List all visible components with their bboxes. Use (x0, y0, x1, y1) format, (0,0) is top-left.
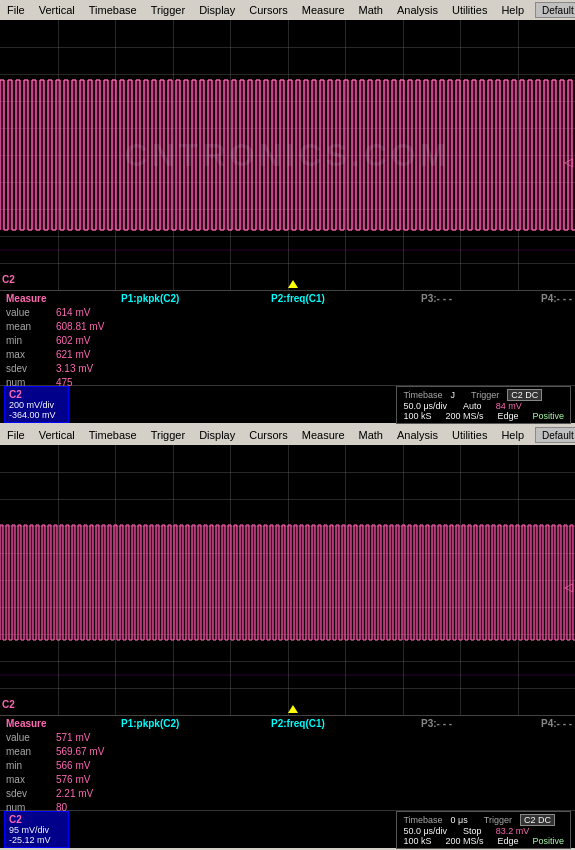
measure-section-2: Measure P1:pkpk(C2) P2:freq(C1) P3:- - -… (0, 715, 575, 810)
measure-value-1-0: 614 mV (56, 306, 136, 320)
channel-label-c2-1: C2 (2, 274, 15, 285)
p4-header-1: P4:- - - (541, 293, 575, 304)
tb-edge-1: Edge (497, 411, 518, 421)
menu-file-2[interactable]: File (4, 428, 28, 442)
measure-label-1-0: value (6, 306, 56, 320)
channel-info-box-1: C2 200 mV/div -364.00 mV (4, 386, 69, 423)
measure-value-2-2: 566 mV (56, 759, 136, 773)
trigger-label-2: Trigger (484, 815, 512, 825)
ch-divs-1: 200 mV/div (9, 400, 64, 410)
measure-label-1-2: min (6, 334, 56, 348)
menu-vertical-1[interactable]: Vertical (36, 3, 78, 17)
tb-mode-1: Auto (463, 401, 482, 411)
menu-vertical-2[interactable]: Vertical (36, 428, 78, 442)
tb-mv-1: 84 mV (496, 401, 522, 411)
measure-value-1-4: 3.13 mV (56, 362, 136, 376)
measure-row-2-4: sdev2.21 mV (6, 787, 569, 801)
menu-file-1[interactable]: File (4, 3, 28, 17)
channel-label-c2-2: C2 (2, 699, 15, 710)
measure-label-1-4: sdev (6, 362, 56, 376)
measure-row-1-0: value614 mV (6, 306, 569, 320)
tb-coupling-2: Positive (532, 836, 564, 846)
menu-cursors-1[interactable]: Cursors (246, 3, 291, 17)
measure-label-2-4: sdev (6, 787, 56, 801)
measure-value-2-4: 2.21 mV (56, 787, 136, 801)
menu-bar-2: File Vertical Timebase Trigger Display C… (0, 425, 575, 445)
menu-help-1[interactable]: Help (498, 3, 527, 17)
p2-header-1: P2:freq(C1) (271, 293, 361, 304)
trigger-ch-2: C2 DC (520, 814, 555, 826)
menu-bar-1: File Vertical Timebase Trigger Display C… (0, 0, 575, 20)
measure-header-1: Measure P1:pkpk(C2) P2:freq(C1) P3:- - -… (6, 293, 569, 304)
tb-edge-2: Edge (497, 836, 518, 846)
menu-utilities-1[interactable]: Utilities (449, 3, 490, 17)
tb-mv-2: 83.2 mV (496, 826, 530, 836)
measure-label-2-3: max (6, 773, 56, 787)
tb-label-1: Timebase (403, 390, 442, 400)
measure-value-1-2: 602 mV (56, 334, 136, 348)
scope-panel-1: File Vertical Timebase Trigger Display C… (0, 0, 575, 425)
scope-panel-2: File Vertical Timebase Trigger Display C… (0, 425, 575, 850)
ch-label-2: C2 (9, 814, 64, 825)
tb-label-2: Timebase (403, 815, 442, 825)
menu-utilities-2[interactable]: Utilities (449, 428, 490, 442)
measure-label-2-1: mean (6, 745, 56, 759)
default-button-2[interactable]: Default (535, 427, 575, 443)
timebase-info-1: Timebase J Trigger C2 DC 50.0 μs/div Aut… (396, 386, 571, 424)
measure-row-1-4: sdev3.13 mV (6, 362, 569, 376)
measure-row-1-2: min602 mV (6, 334, 569, 348)
trigger-marker-1 (288, 280, 298, 288)
timebase-info-2: Timebase 0 μs Trigger C2 DC 50.0 μs/div … (396, 811, 571, 849)
trigger-ch-1: C2 DC (507, 389, 542, 401)
measure-value-1-3: 621 mV (56, 348, 136, 362)
measure-label-1-3: max (6, 348, 56, 362)
menu-trigger-1[interactable]: Trigger (148, 3, 188, 17)
menu-math-2[interactable]: Math (356, 428, 386, 442)
default-button-1[interactable]: Default (535, 2, 575, 18)
menu-display-2[interactable]: Display (196, 428, 238, 442)
right-marker-1: ◁ (564, 155, 573, 169)
measure-header-2: Measure P1:pkpk(C2) P2:freq(C1) P3:- - -… (6, 718, 569, 729)
p4-header-2: P4:- - - (541, 718, 575, 729)
tb-mode-2: Stop (463, 826, 482, 836)
menu-timebase-2[interactable]: Timebase (86, 428, 140, 442)
tb-rate-1: 100 kS (403, 411, 431, 421)
measure-label-2-0: value (6, 731, 56, 745)
menu-math-1[interactable]: Math (356, 3, 386, 17)
tb-j-1: J (451, 390, 456, 400)
menu-measure-1[interactable]: Measure (299, 3, 348, 17)
p3-header-1: P3:- - - (421, 293, 481, 304)
p2-header-2: P2:freq(C1) (271, 718, 361, 729)
ch-offset-1: -364.00 mV (9, 410, 64, 420)
p3-header-2: P3:- - - (421, 718, 481, 729)
channel-info-box-2: C2 95 mV/div -25.12 mV (4, 811, 69, 848)
menu-measure-2[interactable]: Measure (299, 428, 348, 442)
measure-title-2: Measure (6, 718, 61, 729)
p1-header-2: P1:pkpk(C2) (121, 718, 211, 729)
measure-row-2-1: mean569.67 mV (6, 745, 569, 759)
menu-analysis-2[interactable]: Analysis (394, 428, 441, 442)
svg-rect-18 (0, 445, 575, 715)
waveform-svg-2 (0, 445, 575, 715)
menu-trigger-2[interactable]: Trigger (148, 428, 188, 442)
tb-rate-2: 100 kS (403, 836, 431, 846)
menu-analysis-1[interactable]: Analysis (394, 3, 441, 17)
measure-row-2-3: max576 mV (6, 773, 569, 787)
menu-display-1[interactable]: Display (196, 3, 238, 17)
scope-display-1: CNTRONICS.COM C2 ◁ (0, 20, 575, 290)
tb-coupling-1: Positive (532, 411, 564, 421)
p1-header-1: P1:pkpk(C2) (121, 293, 211, 304)
trigger-label-1: Trigger (471, 390, 499, 400)
tb-sample-1: 200 MS/s (445, 411, 483, 421)
scope-display-2: C2 ◁ (0, 445, 575, 715)
measure-title-1: Measure (6, 293, 61, 304)
menu-timebase-1[interactable]: Timebase (86, 3, 140, 17)
measure-row-1-1: mean608.81 mV (6, 320, 569, 334)
menu-help-2[interactable]: Help (498, 428, 527, 442)
ch-label-1: C2 (9, 389, 64, 400)
measure-value-1-1: 608.81 mV (56, 320, 136, 334)
ch-divs-2: 95 mV/div (9, 825, 64, 835)
menu-cursors-2[interactable]: Cursors (246, 428, 291, 442)
measure-row-2-2: min566 mV (6, 759, 569, 773)
measure-row-1-3: max621 mV (6, 348, 569, 362)
